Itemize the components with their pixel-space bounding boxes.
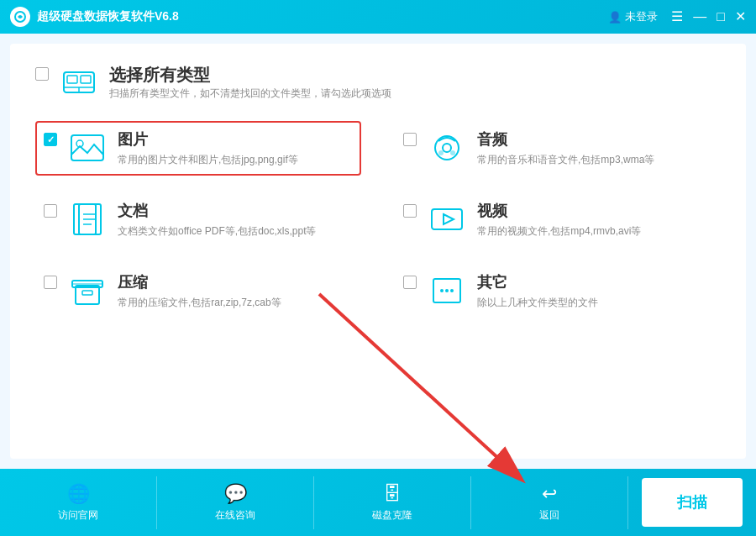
- svg-rect-2: [67, 76, 77, 83]
- docs-text: 文档 文档类文件如office PDF等,包括doc,xls,ppt等: [118, 201, 317, 239]
- other-icon: [428, 272, 465, 309]
- select-all-description: 扫描所有类型文件，如不清楚找回的文件类型，请勾选此项选项: [109, 87, 391, 101]
- docs-icon: [69, 201, 106, 238]
- maximize-icon[interactable]: □: [717, 10, 725, 24]
- other-text: 其它 除以上几种文件类型的文件: [477, 272, 598, 310]
- audio-icon: [428, 129, 465, 166]
- svg-point-25: [445, 289, 449, 292]
- docs-checkbox[interactable]: [44, 204, 57, 218]
- website-label: 访问官网: [58, 508, 98, 523]
- audio-description: 常用的音乐和语音文件,包括mp3,wma等: [477, 153, 654, 167]
- close-icon[interactable]: ✕: [735, 10, 746, 24]
- category-item-images[interactable]: 图片 常用的图片文件和图片,包括jpg,png,gif等: [35, 121, 361, 176]
- video-icon: [428, 201, 465, 238]
- video-text: 视频 常用的视频文件,包括mp4,rmvb,avi等: [477, 201, 641, 239]
- svg-point-26: [450, 289, 454, 292]
- svg-marker-18: [444, 214, 454, 224]
- images-checkbox[interactable]: [44, 133, 57, 146]
- archive-title: 压缩: [118, 272, 281, 292]
- clone-label: 磁盘克隆: [372, 508, 412, 523]
- svg-rect-7: [71, 135, 103, 160]
- archive-description: 常用的压缩文件,包括rar,zip,7z,cab等: [118, 296, 281, 310]
- archive-text: 压缩 常用的压缩文件,包括rar,zip,7z,cab等: [118, 272, 281, 310]
- menu-icon[interactable]: ☰: [671, 10, 683, 24]
- user-icon: 👤: [608, 11, 622, 24]
- back-label: 返回: [539, 508, 559, 523]
- svg-rect-17: [432, 209, 462, 229]
- chat-label: 在线咨询: [215, 508, 255, 523]
- select-all-icon: [60, 64, 97, 101]
- svg-rect-21: [82, 291, 92, 295]
- images-text: 图片 常用的图片文件和图片,包括jpg,png,gif等: [118, 129, 298, 167]
- docs-description: 文档类文件如office PDF等,包括doc,xls,ppt等: [118, 224, 317, 239]
- other-checkbox[interactable]: [403, 276, 417, 289]
- select-all-text: 选择所有类型 扫描所有类型文件，如不清楚找回的文件类型，请勾选此项选项: [109, 64, 391, 101]
- svg-point-10: [438, 150, 444, 155]
- nav-website[interactable]: 🌐 访问官网: [0, 476, 157, 529]
- select-all-row[interactable]: 选择所有类型 扫描所有类型文件，如不清楚找回的文件类型，请勾选此项选项: [35, 64, 721, 101]
- clone-icon: 🗄: [383, 483, 402, 505]
- other-description: 除以上几种文件类型的文件: [477, 296, 598, 310]
- archive-checkbox[interactable]: [44, 276, 57, 289]
- window-controls[interactable]: ☰ — □ ✕: [671, 10, 746, 24]
- user-label: 未登录: [625, 9, 658, 24]
- other-title: 其它: [477, 272, 598, 292]
- audio-checkbox[interactable]: [403, 133, 417, 146]
- website-icon: 🌐: [67, 483, 90, 505]
- select-all-title: 选择所有类型: [109, 64, 391, 87]
- video-checkbox[interactable]: [403, 204, 417, 218]
- docs-title: 文档: [118, 201, 317, 221]
- bottom-bar: 🌐 访问官网 💬 在线咨询 🗄 磁盘克隆 ↩ 返回 扫描: [0, 469, 756, 536]
- images-title: 图片: [118, 129, 298, 150]
- svg-point-9: [443, 144, 451, 152]
- category-item-audio[interactable]: 音频 常用的音乐和语音文件,包括mp3,wma等: [395, 121, 721, 176]
- category-item-docs[interactable]: 文档 文档类文件如office PDF等,包括doc,xls,ppt等: [35, 192, 361, 247]
- main-content: 选择所有类型 扫描所有类型文件，如不清楚找回的文件类型，请勾选此项选项 图片 常…: [10, 44, 746, 459]
- back-icon: ↩: [542, 483, 557, 505]
- chat-icon: 💬: [224, 483, 247, 505]
- nav-back[interactable]: ↩ 返回: [471, 476, 628, 529]
- audio-text: 音频 常用的音乐和语音文件,包括mp3,wma等: [477, 129, 654, 167]
- scan-button[interactable]: 扫描: [642, 478, 743, 527]
- nav-clone[interactable]: 🗄 磁盘克隆: [314, 476, 471, 529]
- minimize-icon[interactable]: —: [693, 10, 706, 24]
- user-area[interactable]: 👤 未登录: [608, 9, 658, 24]
- svg-point-24: [440, 289, 444, 292]
- video-title: 视频: [477, 201, 641, 221]
- svg-point-11: [450, 150, 455, 155]
- images-description: 常用的图片文件和图片,包括jpg,png,gif等: [118, 153, 298, 167]
- archive-icon: [69, 272, 106, 309]
- titlebar: 超级硬盘数据恢复软件V6.8 👤 未登录 ☰ — □ ✕: [0, 0, 756, 34]
- app-logo: [10, 7, 30, 27]
- category-item-video[interactable]: 视频 常用的视频文件,包括mp4,rmvb,avi等: [395, 192, 721, 247]
- nav-chat[interactable]: 💬 在线咨询: [157, 476, 314, 529]
- app-title: 超级硬盘数据恢复软件V6.8: [37, 9, 608, 24]
- bottom-nav: 🌐 访问官网 💬 在线咨询 🗄 磁盘克隆 ↩ 返回: [0, 476, 628, 529]
- category-grid: 图片 常用的图片文件和图片,包括jpg,png,gif等 音频 常用的音乐和语音…: [35, 121, 721, 318]
- svg-rect-3: [81, 76, 91, 83]
- category-item-other[interactable]: 其它 除以上几种文件类型的文件: [395, 264, 721, 318]
- audio-title: 音频: [477, 129, 654, 150]
- select-all-checkbox[interactable]: [35, 67, 49, 81]
- images-icon: [69, 129, 106, 166]
- category-item-archive[interactable]: 压缩 常用的压缩文件,包括rar,zip,7z,cab等: [35, 264, 361, 318]
- video-description: 常用的视频文件,包括mp4,rmvb,avi等: [477, 224, 641, 239]
